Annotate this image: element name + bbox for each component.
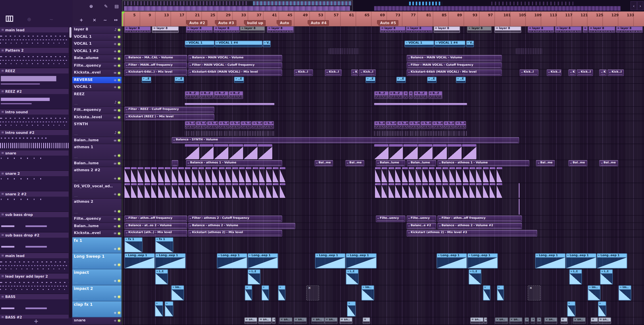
audio-clip[interactable]: » — [490, 183, 496, 198]
pattern-preview[interactable] — [0, 74, 69, 89]
automation-clip[interactable]: ∞ Filter - MAIN VOCAL - Cutoff frequency — [188, 62, 282, 68]
track-enable-led[interactable] — [118, 210, 120, 212]
pattern-clip[interactable]: ≡ — [408, 91, 413, 99]
track-lane-balan-lume[interactable]: ∞ Balance - athmos 1 - Volume∞ Bal..me∞ … — [122, 160, 644, 167]
audio-clip[interactable]: » — [212, 183, 218, 198]
pattern-clip[interactable]: ≡ — [484, 317, 487, 324]
muted-pattern-clip[interactable]: ×sn.. — [324, 317, 338, 324]
track-lane-impact[interactable]: »i..t»i..t»i..t»i..t»i..t»i..t — [122, 269, 644, 285]
move-icon[interactable]: + — [114, 295, 117, 299]
track-header-clap-fx-1[interactable]: clap fx 1+… — [72, 301, 122, 317]
pattern-item-snare-2[interactable]: ≡snare 2 — [0, 171, 69, 177]
track-enable-led[interactable] — [118, 232, 120, 235]
link-icon[interactable]: ∞ — [114, 162, 117, 165]
track-header-reez[interactable]: REEZ♪… — [72, 91, 122, 107]
audio-clip[interactable]: » — [205, 167, 211, 182]
clip-preview[interactable] — [374, 131, 467, 136]
stretch-tool-button[interactable]: ↔ — [111, 16, 121, 24]
audio-clip[interactable]: »Long..eep 1 — [217, 253, 247, 268]
automation-clip[interactable]: ∞ Bal..me — [345, 160, 364, 166]
audio-clip[interactable]: »VOCAL 1 — [185, 41, 214, 47]
track-enable-led[interactable] — [118, 72, 120, 74]
audio-clip[interactable]: » — [409, 167, 414, 182]
track-lane-athmos-2[interactable] — [122, 199, 644, 216]
audio-clip[interactable]: » — [416, 183, 421, 198]
audio-clip[interactable]: » — [436, 167, 442, 182]
audio-clip[interactable]: »Long..eep 1 — [248, 253, 278, 268]
clip-edge[interactable] — [519, 183, 520, 198]
move-icon[interactable]: + — [114, 78, 117, 82]
automation-clip[interactable]: ∞ Filter - athmos 2 - Cutoff frequency — [188, 216, 282, 222]
audio-clip[interactable]: »..E — [396, 77, 406, 83]
pattern-clip[interactable]: ≡R..Z — [389, 91, 403, 99]
audio-clip[interactable]: »i..t — [346, 269, 359, 284]
audio-clip[interactable]: » — [205, 183, 211, 198]
track-header-athmos-2[interactable]: athmos 2+… — [72, 199, 122, 216]
muted-pattern-clip[interactable]: × — [537, 317, 541, 324]
audio-clip[interactable]: »i..t — [248, 269, 260, 284]
move-icon[interactable]: + — [114, 319, 117, 323]
delete-tool-button[interactable]: × — [90, 16, 99, 24]
picker-filter-icon[interactable]: ⊕ — [27, 16, 31, 22]
audio-clip[interactable]: » — [246, 183, 252, 198]
audio-clip[interactable]: »Long..eep 1 — [155, 253, 186, 268]
audio-clip[interactable]: »..E — [427, 77, 437, 83]
pattern-clip[interactable]: ≡S..H — [185, 121, 196, 129]
audio-clip[interactable]: » — [456, 183, 462, 198]
link-icon[interactable]: ∞ — [114, 71, 117, 75]
track-enable-led[interactable] — [118, 193, 120, 196]
pattern-clip[interactable]: ≡S..H — [252, 121, 263, 129]
pattern-preview[interactable] — [0, 177, 69, 191]
track-enable-led[interactable] — [118, 225, 120, 228]
audio-clip[interactable]: » — [226, 167, 231, 182]
audio-clip[interactable] — [185, 144, 199, 159]
ghost-clip[interactable]: × — [306, 285, 319, 301]
audio-clip[interactable]: »im.. — [619, 285, 632, 301]
audio-clip[interactable]: » — [151, 183, 157, 198]
automation-clip[interactable] — [172, 160, 178, 166]
pattern-clip[interactable]: ≡R..Z — [214, 91, 228, 99]
pattern-clip[interactable]: ≡layer 8 — [555, 26, 582, 33]
track-header-kicksta-evel[interactable]: Kicksta..evel∞ — [72, 230, 122, 237]
audio-clip[interactable]: » — [185, 167, 191, 182]
pattern-clip[interactable]: ≡R..Z — [200, 91, 214, 99]
track-header-kicksta-level[interactable]: Kicksta..level∞ — [72, 114, 122, 121]
track-enable-led[interactable] — [118, 116, 120, 119]
audio-clip[interactable]: »fx 1 — [155, 237, 173, 252]
track-enable-led[interactable] — [118, 154, 120, 157]
audio-clip[interactable]: » — [280, 167, 285, 182]
pattern-clip[interactable]: ≡S..H — [230, 121, 240, 129]
pattern-clip[interactable]: ≡R..Z — [374, 91, 388, 99]
audio-clip[interactable]: »..E — [366, 77, 375, 83]
audio-clip[interactable]: » — [239, 167, 245, 182]
audio-clip[interactable]: »Long..eep 1 — [596, 253, 627, 268]
pattern-clip[interactable]: ≡S..H — [241, 121, 252, 129]
audio-clip[interactable]: »im.. — [588, 285, 600, 301]
track-header-filte-quency[interactable]: Filte..quency∞ — [72, 62, 122, 69]
pattern-item-pattern-2[interactable]: ≡Pattern 2 — [0, 48, 69, 53]
audio-clip[interactable]: » — [429, 183, 435, 198]
track-header-ds-vcd-vocal-ad[interactable]: DS_VCD_vocal_ad..+… — [72, 183, 122, 199]
audio-clip[interactable]: »..E — [142, 77, 151, 83]
track-enable-led[interactable] — [118, 50, 120, 52]
track-header-layer-8[interactable]: layer 8♪ — [72, 26, 122, 33]
link-icon[interactable]: ∞ — [114, 224, 117, 228]
track-lane-fx-1[interactable]: »fx 1»fx 1 — [122, 237, 644, 253]
audio-clip[interactable]: » — [567, 301, 576, 316]
audio-clip[interactable]: »Long..eep 1 — [437, 253, 467, 268]
pattern-clip[interactable]: ≡S..H — [207, 121, 218, 129]
track-enable-led[interactable] — [118, 29, 120, 31]
timeline-marker-auto-4[interactable]: Auto #4 — [308, 20, 329, 26]
track-lane-filte-quency[interactable]: ∞ Filter - athm..off frequency∞ Filter -… — [122, 216, 644, 223]
audio-clip[interactable]: » — [469, 167, 475, 182]
track-lane-vocal-1[interactable]: »VOCAL 1»VOCAL 1 #4»V..1»VOCAL 1»VOCAL 1… — [122, 41, 644, 48]
automation-clip[interactable]: ∞ Kic — [569, 69, 576, 75]
note-icon[interactable]: ♪ — [114, 101, 117, 104]
pattern-clip[interactable]: ≡layer 8 — [528, 26, 554, 33]
audio-clip[interactable]: » — [226, 183, 231, 198]
audio-clip[interactable]: » — [497, 285, 504, 301]
audio-clip[interactable]: » — [409, 183, 414, 198]
audio-clip[interactable]: » — [124, 183, 130, 198]
link-icon[interactable]: ∞ — [114, 108, 117, 112]
track-lane-clap-fx-1[interactable]: »»»»» — [122, 301, 644, 317]
